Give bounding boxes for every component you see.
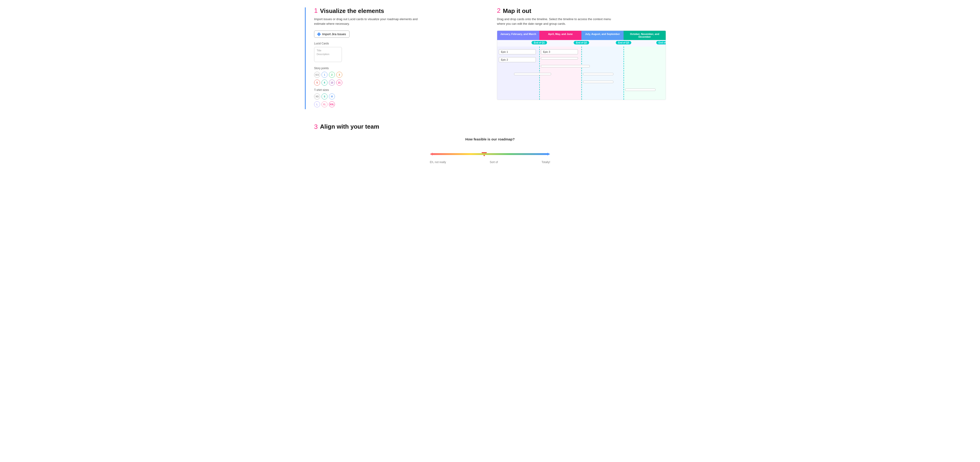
page-container: 1 Visualize the elements Import issues o… bbox=[305, 0, 675, 171]
story-points-row2: 5 8 13 21 bbox=[314, 79, 483, 86]
timeline-body: Epic 1 Epic 3 Epic 2 bbox=[497, 46, 666, 100]
step1-number: 1 bbox=[314, 7, 318, 14]
diamond-icon bbox=[317, 32, 321, 36]
feasibility-question: How feasible is our roadmap? bbox=[465, 137, 514, 141]
card-title-placeholder: Title bbox=[317, 49, 339, 52]
timeline-header-q4: October, November, and December bbox=[624, 31, 666, 40]
badge-21[interactable]: 21 bbox=[336, 79, 342, 86]
import-jira-button[interactable]: Import Jira Issues bbox=[314, 30, 350, 38]
step3-number: 3 bbox=[314, 124, 318, 130]
section1-description: Import issues or drag out Lucid cards to… bbox=[314, 17, 430, 26]
badge-0.5[interactable]: 0.5 bbox=[314, 72, 320, 78]
tshirt-row1: XS S M bbox=[314, 94, 483, 100]
badge-5[interactable]: 5 bbox=[314, 79, 320, 86]
import-button-label: Import Jira Issues bbox=[322, 32, 346, 36]
section2-header: 2 Map it out bbox=[497, 7, 666, 14]
milestone-q3: End of Q3 bbox=[616, 41, 631, 44]
milestone-q2: End of Q2 bbox=[574, 41, 589, 44]
badge-13[interactable]: 13 bbox=[329, 79, 335, 86]
scale-bar bbox=[432, 153, 548, 155]
timeline-card-epic3[interactable]: Epic 3 bbox=[541, 49, 578, 54]
left-indicator bbox=[305, 7, 306, 109]
scale-label-center: Sort of bbox=[490, 160, 498, 164]
timeline-card-unnamed4[interactable] bbox=[583, 73, 613, 75]
milestone-row: End of Q1 End of Q2 End of Q3 End of Q4 bbox=[497, 40, 666, 46]
badge-3[interactable]: 3 bbox=[336, 72, 342, 78]
lucid-cards-label: Lucid Cards bbox=[314, 42, 483, 45]
timeline-card-unnamed2[interactable] bbox=[541, 65, 590, 67]
top-section: 1 Visualize the elements Import issues o… bbox=[314, 7, 666, 109]
section3-title: Align with your team bbox=[320, 123, 379, 130]
dashed-line-q2 bbox=[581, 46, 582, 100]
timeline-header: January, February, and March April, May,… bbox=[497, 31, 666, 40]
scale-labels: Eh, not really Sort of Totally! bbox=[430, 160, 550, 164]
timeline-card-unnamed6[interactable] bbox=[625, 89, 655, 91]
timeline-card-unnamed3[interactable] bbox=[514, 73, 551, 75]
section1-header: 1 Visualize the elements bbox=[314, 7, 483, 14]
timeline-header-q2: April, May, and June bbox=[539, 31, 581, 40]
badge-1[interactable]: 1 bbox=[321, 72, 328, 78]
visualize-section: 1 Visualize the elements Import issues o… bbox=[314, 7, 483, 109]
tshirt-label: T-shirt sizes bbox=[314, 88, 483, 92]
align-section: 3 Align with your team How feasible is o… bbox=[314, 123, 666, 164]
step2-number: 2 bbox=[497, 7, 501, 14]
timeline-header-q3: July, August, and September bbox=[581, 31, 624, 40]
badge-s[interactable]: S bbox=[321, 94, 328, 100]
badge-l[interactable]: L bbox=[314, 101, 320, 107]
card-desc-placeholder: Description bbox=[317, 53, 339, 56]
timeline-card-unnamed1[interactable] bbox=[541, 57, 578, 59]
dashed-line-q3 bbox=[624, 46, 624, 100]
badge-xxl[interactable]: XXL bbox=[329, 101, 335, 107]
scale-label-right: Totally! bbox=[542, 160, 550, 164]
section2-title: Map it out bbox=[503, 7, 531, 14]
badge-2[interactable]: 2 bbox=[329, 72, 335, 78]
timeline-card-epic2[interactable]: Epic 2 bbox=[499, 57, 536, 62]
scale-label-left: Eh, not really bbox=[430, 160, 446, 164]
tshirt-row2: L XL XXL bbox=[314, 101, 483, 107]
story-points-label: Story points bbox=[314, 67, 483, 70]
badge-m[interactable]: M bbox=[329, 94, 335, 100]
tl-bg-q4 bbox=[624, 46, 666, 100]
feasibility-scale bbox=[432, 146, 548, 160]
scale-wrapper: Eh, not really Sort of Totally! bbox=[430, 146, 550, 164]
story-points-row1: 0.5 1 2 3 bbox=[314, 72, 483, 78]
badge-xs[interactable]: XS bbox=[314, 94, 320, 100]
feasibility-container: How feasible is our roadmap? Eh, not rea… bbox=[314, 137, 666, 164]
timeline: January, February, and March April, May,… bbox=[497, 30, 666, 100]
section3-header: 3 Align with your team bbox=[314, 123, 666, 130]
map-section: 2 Map it out Drag and drop cards onto th… bbox=[497, 7, 666, 109]
timeline-card-epic1[interactable]: Epic 1 bbox=[499, 49, 536, 54]
scale-arrow-right bbox=[547, 153, 550, 156]
timeline-card-unnamed5[interactable] bbox=[583, 81, 613, 83]
milestone-q4: End of Q4 bbox=[656, 41, 666, 44]
badge-xl[interactable]: XL bbox=[321, 101, 328, 107]
section1-title: Visualize the elements bbox=[320, 7, 384, 14]
milestone-q1: End of Q1 bbox=[531, 41, 547, 44]
timeline-header-q1: January, February, and March bbox=[497, 31, 539, 40]
lucid-card-box: Title Description bbox=[314, 47, 342, 62]
section2-description: Drag and drop cards onto the timeline. S… bbox=[497, 17, 612, 26]
badge-8[interactable]: 8 bbox=[321, 79, 328, 86]
